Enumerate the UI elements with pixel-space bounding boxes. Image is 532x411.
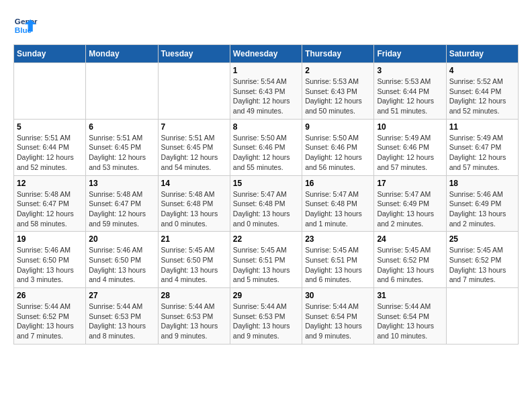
- day-number: 23: [305, 234, 371, 244]
- calendar-table: SundayMondayTuesdayWednesdayThursdayFrid…: [13, 44, 519, 345]
- header-cell-tuesday: Tuesday: [158, 45, 230, 63]
- week-row-2: 5Sunrise: 5:51 AMSunset: 6:44 PMDaylight…: [14, 119, 519, 175]
- day-cell: 20Sunrise: 5:46 AMSunset: 6:50 PMDayligh…: [86, 232, 158, 288]
- day-number: 28: [161, 291, 227, 300]
- day-number: 6: [89, 122, 154, 132]
- day-number: 15: [233, 179, 299, 188]
- week-row-5: 26Sunrise: 5:44 AMSunset: 6:52 PMDayligh…: [14, 288, 519, 345]
- page-header: General Blue: [13, 13, 519, 38]
- day-number: 19: [17, 234, 83, 244]
- day-info: Sunrise: 5:47 AMSunset: 6:48 PMDaylight:…: [233, 189, 299, 229]
- day-cell: 9Sunrise: 5:50 AMSunset: 6:46 PMDaylight…: [302, 119, 374, 175]
- day-number: 29: [233, 291, 299, 300]
- day-info: Sunrise: 5:53 AMSunset: 6:44 PMDaylight:…: [377, 77, 443, 116]
- day-cell: 21Sunrise: 5:45 AMSunset: 6:50 PMDayligh…: [158, 232, 230, 288]
- day-info: Sunrise: 5:47 AMSunset: 6:49 PMDaylight:…: [377, 189, 443, 229]
- day-cell: 2Sunrise: 5:53 AMSunset: 6:43 PMDaylight…: [302, 63, 374, 120]
- header-cell-friday: Friday: [374, 45, 446, 63]
- day-cell: 24Sunrise: 5:45 AMSunset: 6:52 PMDayligh…: [374, 232, 446, 288]
- header-cell-wednesday: Wednesday: [230, 45, 302, 63]
- day-number: 1: [233, 66, 299, 75]
- day-cell: 12Sunrise: 5:48 AMSunset: 6:47 PMDayligh…: [14, 175, 86, 232]
- header-cell-thursday: Thursday: [302, 45, 374, 63]
- day-cell: 14Sunrise: 5:48 AMSunset: 6:48 PMDayligh…: [158, 175, 230, 232]
- day-info: Sunrise: 5:53 AMSunset: 6:43 PMDaylight:…: [305, 77, 371, 116]
- logo: General Blue: [13, 13, 40, 38]
- week-row-3: 12Sunrise: 5:48 AMSunset: 6:47 PMDayligh…: [14, 175, 519, 232]
- day-cell: 3Sunrise: 5:53 AMSunset: 6:44 PMDaylight…: [374, 63, 446, 120]
- day-info: Sunrise: 5:44 AMSunset: 6:52 PMDaylight:…: [17, 302, 83, 341]
- day-info: Sunrise: 5:48 AMSunset: 6:47 PMDaylight:…: [89, 189, 154, 229]
- day-cell: 10Sunrise: 5:49 AMSunset: 6:46 PMDayligh…: [374, 119, 446, 175]
- day-cell: 27Sunrise: 5:44 AMSunset: 6:53 PMDayligh…: [86, 288, 158, 345]
- day-cell: 13Sunrise: 5:48 AMSunset: 6:47 PMDayligh…: [86, 175, 158, 232]
- day-info: Sunrise: 5:50 AMSunset: 6:46 PMDaylight:…: [233, 133, 299, 173]
- day-info: Sunrise: 5:54 AMSunset: 6:43 PMDaylight:…: [233, 77, 299, 116]
- day-number: 16: [305, 179, 371, 188]
- day-cell: 26Sunrise: 5:44 AMSunset: 6:52 PMDayligh…: [14, 288, 86, 345]
- day-cell: 18Sunrise: 5:46 AMSunset: 6:49 PMDayligh…: [446, 175, 518, 232]
- day-info: Sunrise: 5:46 AMSunset: 6:50 PMDaylight:…: [17, 245, 83, 285]
- day-number: 5: [17, 122, 83, 132]
- day-info: Sunrise: 5:44 AMSunset: 6:53 PMDaylight:…: [161, 302, 227, 341]
- svg-text:General: General: [15, 17, 38, 26]
- day-number: 27: [89, 291, 154, 300]
- day-info: Sunrise: 5:45 AMSunset: 6:52 PMDaylight:…: [377, 245, 443, 285]
- day-number: 9: [305, 122, 371, 132]
- day-info: Sunrise: 5:51 AMSunset: 6:44 PMDaylight:…: [17, 133, 83, 173]
- day-cell: 22Sunrise: 5:45 AMSunset: 6:51 PMDayligh…: [230, 232, 302, 288]
- header-row: SundayMondayTuesdayWednesdayThursdayFrid…: [14, 45, 519, 63]
- header-cell-sunday: Sunday: [14, 45, 86, 63]
- day-info: Sunrise: 5:49 AMSunset: 6:46 PMDaylight:…: [377, 133, 443, 173]
- week-row-4: 19Sunrise: 5:46 AMSunset: 6:50 PMDayligh…: [14, 232, 519, 288]
- day-number: 4: [449, 66, 515, 75]
- day-number: 14: [161, 179, 227, 188]
- day-info: Sunrise: 5:52 AMSunset: 6:44 PMDaylight:…: [449, 77, 515, 116]
- day-info: Sunrise: 5:46 AMSunset: 6:50 PMDaylight:…: [89, 245, 154, 285]
- day-info: Sunrise: 5:49 AMSunset: 6:47 PMDaylight:…: [449, 133, 515, 173]
- day-info: Sunrise: 5:44 AMSunset: 6:53 PMDaylight:…: [233, 302, 299, 341]
- day-cell: 19Sunrise: 5:46 AMSunset: 6:50 PMDayligh…: [14, 232, 86, 288]
- day-cell: 8Sunrise: 5:50 AMSunset: 6:46 PMDaylight…: [230, 119, 302, 175]
- day-cell: 7Sunrise: 5:51 AMSunset: 6:45 PMDaylight…: [158, 119, 230, 175]
- day-info: Sunrise: 5:45 AMSunset: 6:52 PMDaylight:…: [449, 245, 515, 285]
- day-info: Sunrise: 5:44 AMSunset: 6:53 PMDaylight:…: [89, 302, 154, 341]
- day-info: Sunrise: 5:50 AMSunset: 6:46 PMDaylight:…: [305, 133, 371, 173]
- day-info: Sunrise: 5:46 AMSunset: 6:49 PMDaylight:…: [449, 189, 515, 229]
- day-number: 31: [377, 291, 443, 300]
- day-cell: 23Sunrise: 5:45 AMSunset: 6:51 PMDayligh…: [302, 232, 374, 288]
- day-number: 2: [305, 66, 371, 75]
- day-cell: [14, 63, 86, 120]
- day-cell: 29Sunrise: 5:44 AMSunset: 6:53 PMDayligh…: [230, 288, 302, 345]
- day-number: 17: [377, 179, 443, 188]
- header-cell-saturday: Saturday: [446, 45, 518, 63]
- day-cell: 17Sunrise: 5:47 AMSunset: 6:49 PMDayligh…: [374, 175, 446, 232]
- day-cell: 31Sunrise: 5:44 AMSunset: 6:54 PMDayligh…: [374, 288, 446, 345]
- header-cell-monday: Monday: [86, 45, 158, 63]
- day-info: Sunrise: 5:48 AMSunset: 6:48 PMDaylight:…: [161, 189, 227, 229]
- day-number: 24: [377, 234, 443, 244]
- day-number: 30: [305, 291, 371, 300]
- day-number: 13: [89, 179, 154, 188]
- day-info: Sunrise: 5:45 AMSunset: 6:51 PMDaylight:…: [305, 245, 371, 285]
- day-cell: 1Sunrise: 5:54 AMSunset: 6:43 PMDaylight…: [230, 63, 302, 120]
- day-cell: 4Sunrise: 5:52 AMSunset: 6:44 PMDaylight…: [446, 63, 518, 120]
- day-cell: 30Sunrise: 5:44 AMSunset: 6:54 PMDayligh…: [302, 288, 374, 345]
- day-info: Sunrise: 5:51 AMSunset: 6:45 PMDaylight:…: [89, 133, 154, 173]
- day-cell: [158, 63, 230, 120]
- day-number: 25: [449, 234, 515, 244]
- day-cell: 6Sunrise: 5:51 AMSunset: 6:45 PMDaylight…: [86, 119, 158, 175]
- day-info: Sunrise: 5:47 AMSunset: 6:48 PMDaylight:…: [305, 189, 371, 229]
- day-number: 20: [89, 234, 154, 244]
- day-cell: 11Sunrise: 5:49 AMSunset: 6:47 PMDayligh…: [446, 119, 518, 175]
- day-number: 21: [161, 234, 227, 244]
- day-info: Sunrise: 5:44 AMSunset: 6:54 PMDaylight:…: [377, 302, 443, 341]
- day-number: 7: [161, 122, 227, 132]
- day-cell: 15Sunrise: 5:47 AMSunset: 6:48 PMDayligh…: [230, 175, 302, 232]
- day-number: 12: [17, 179, 83, 188]
- day-number: 18: [449, 179, 515, 188]
- day-cell: [86, 63, 158, 120]
- day-number: 11: [449, 122, 515, 132]
- day-number: 26: [17, 291, 83, 300]
- day-cell: [446, 288, 518, 345]
